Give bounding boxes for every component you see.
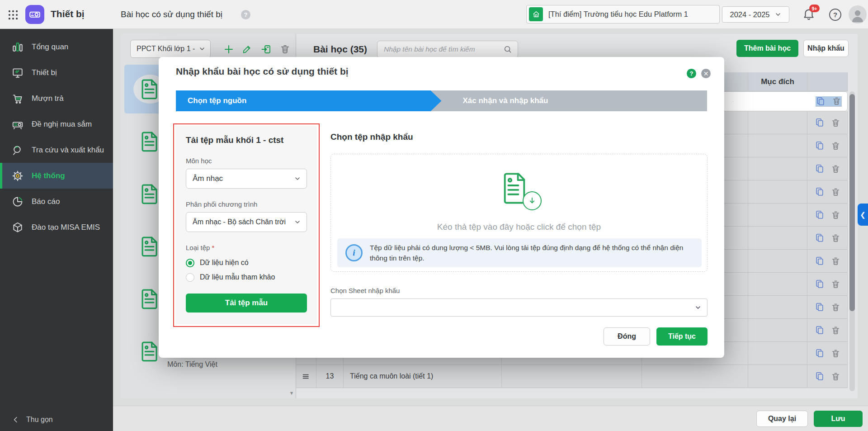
lesson-search-input[interactable] [377, 45, 503, 53]
list-scroll-down-icon[interactable]: ▼ [289, 390, 294, 397]
search-icon[interactable] [503, 45, 518, 54]
sidebar-collapse-button[interactable]: Thu gọn [12, 416, 53, 424]
radio-selected-icon [186, 259, 194, 267]
download-arrow-icon [523, 191, 542, 210]
trash-icon[interactable] [831, 372, 840, 381]
row-actions-cell [807, 342, 848, 365]
add-purpose-badge[interactable]: + [733, 101, 733, 102]
save-button[interactable]: Lưu [814, 411, 863, 427]
cart-icon [12, 93, 24, 104]
page-title: Bài học có sử dụng thiết bị [121, 9, 222, 19]
copy-icon[interactable] [815, 279, 825, 289]
school-year-select[interactable]: 2024 - 2025 [722, 6, 789, 23]
trash-icon[interactable] [831, 141, 840, 151]
sidebar-item-7[interactable]: Báo cáo [0, 189, 113, 214]
copy-icon[interactable] [815, 348, 825, 358]
school-selector[interactable]: [Thí điểm] Trường tiểu học Edu Platform … [526, 5, 720, 24]
sidebar-item-2[interactable]: Thiết bị [0, 60, 113, 85]
import-lessons-button[interactable]: Nhập khẩu [803, 40, 849, 57]
table-row[interactable]: 13Tiếng ca muôn loài (tiết 1) [296, 365, 848, 388]
radio-existing-data[interactable]: Dữ liệu hiện có [186, 256, 307, 270]
trash-icon[interactable] [831, 303, 840, 312]
subject-select[interactable]: Âm nhạc [186, 169, 307, 189]
app-title: Thiết bị [51, 9, 85, 19]
step-1-active: Chọn tệp nguồn [176, 90, 442, 111]
delete-trash-icon[interactable] [280, 44, 291, 55]
search-icon [12, 144, 24, 156]
trash-icon[interactable] [831, 164, 840, 174]
import-panel-title: Chọn tệp nhập khẩu [330, 132, 413, 142]
app-logo-projector-icon[interactable] [25, 5, 44, 24]
sidebar-item-1[interactable]: Tổng quan [0, 34, 113, 60]
file-dropzone[interactable]: Kéo thả tệp vào đây hoặc click để chọn t… [330, 154, 708, 272]
copy-icon[interactable] [815, 233, 825, 243]
sidebar-item-label: Mượn trả [32, 94, 64, 103]
ppct-grade-select[interactable]: PPCT Khối lớp 1 - [130, 40, 211, 58]
radio-sample-data[interactable]: Dữ liệu mẫu tham khảo [186, 270, 307, 284]
sheet-select[interactable] [330, 298, 708, 317]
required-asterisk: * [212, 244, 215, 251]
step-1-label: Chọn tệp nguồn [188, 96, 246, 105]
row-purpose-cell [748, 180, 807, 204]
sidebar-item-3[interactable]: Mượn trả [0, 85, 113, 111]
trash-icon[interactable] [831, 187, 840, 197]
modal-help-icon[interactable]: ? [687, 69, 696, 78]
copy-icon[interactable] [815, 210, 825, 220]
modal-footer: Đóng Tiếp tục [604, 327, 708, 346]
page-help-icon[interactable]: ? [241, 10, 250, 19]
row-number: 13 [316, 365, 344, 388]
radio-unselected-icon [186, 273, 194, 282]
copy-icon[interactable] [815, 187, 825, 197]
sidebar-item-8[interactable]: Đào tạo MISA EMIS [0, 214, 113, 240]
row-actions-cell [807, 319, 848, 342]
notifications-button[interactable]: 9+ [802, 7, 817, 23]
trash-icon[interactable] [831, 279, 840, 289]
copy-icon[interactable] [815, 256, 825, 266]
row-purpose-cell [748, 319, 807, 342]
trash-icon[interactable] [831, 256, 840, 266]
sidebar-item-4[interactable]: Đề nghị mua sắm [0, 111, 113, 137]
copy-icon[interactable] [815, 371, 825, 381]
trash-icon[interactable] [832, 96, 841, 106]
trash-icon[interactable] [831, 349, 840, 358]
copy-icon[interactable] [815, 302, 825, 312]
app-grid-icon[interactable] [7, 9, 19, 21]
edit-pencil-icon[interactable] [242, 44, 253, 55]
column-header-purpose: Mục đích [748, 72, 807, 91]
copy-icon[interactable] [815, 141, 825, 151]
sidebar-item-label: Tra cứu và xuất khẩu [32, 146, 104, 155]
template-panel-title: Tải tệp mẫu khối 1 - ctst [186, 135, 307, 145]
trash-icon[interactable] [831, 118, 840, 128]
copy-icon[interactable] [816, 96, 826, 106]
back-button[interactable]: Quay lại [756, 411, 808, 427]
table-scrollbar-thumb[interactable] [849, 94, 855, 311]
sidebar-item-6[interactable]: Hệ thống [0, 163, 113, 189]
chevron-down-icon [294, 218, 301, 226]
row-purpose-cell [748, 365, 807, 388]
download-template-button[interactable]: Tải tệp mẫu [186, 294, 307, 313]
modal-close-icon[interactable]: ✕ [701, 69, 711, 78]
trash-icon[interactable] [831, 210, 840, 220]
row-actions-cell [807, 365, 848, 388]
add-lesson-button[interactable]: Thêm bài học [736, 40, 798, 57]
help-icon[interactable]: ? [829, 9, 841, 21]
subject-value: Âm nhạc [193, 174, 223, 183]
copy-icon[interactable] [815, 325, 825, 335]
expand-panel-toggle[interactable]: ❮ [858, 204, 868, 226]
row-actions-cell [807, 296, 848, 319]
continue-button[interactable]: Tiếp tục [656, 327, 708, 346]
trash-icon[interactable] [831, 233, 840, 243]
import-box-icon[interactable] [261, 44, 272, 55]
add-ppct-icon[interactable] [223, 44, 234, 55]
sidebar-item-5[interactable]: Tra cứu và xuất khẩu [0, 137, 113, 163]
radio-existing-label: Dữ liệu hiện có [200, 259, 249, 267]
subject-label: Môn học [186, 157, 307, 165]
avatar[interactable] [849, 5, 867, 24]
chevron-down-icon [294, 175, 301, 182]
trash-icon[interactable] [831, 326, 840, 335]
distribution-select[interactable]: Âm nhạc - Bộ sách Chân trời [186, 212, 307, 232]
copy-icon[interactable] [815, 118, 825, 128]
close-button[interactable]: Đóng [604, 327, 650, 346]
row-actions-cell [807, 227, 848, 250]
copy-icon[interactable] [815, 164, 825, 174]
